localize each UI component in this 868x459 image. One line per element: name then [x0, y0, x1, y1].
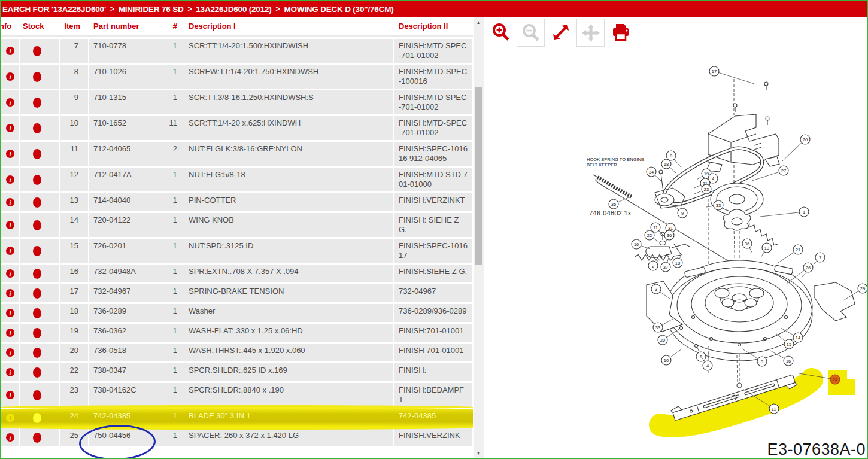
info-icon[interactable]: i — [6, 433, 14, 442]
expand-button[interactable] — [547, 19, 574, 45]
quantity: 1 — [160, 409, 181, 427]
print-button[interactable] — [607, 19, 634, 45]
info-icon[interactable]: i — [1, 324, 19, 342]
stock-dot-icon — [33, 367, 41, 378]
stock-indicator — [20, 116, 59, 140]
info-icon[interactable]: i — [1, 90, 19, 114]
table-row[interactable]: i10710-165211SCR:TT:1/4-20 x.625:HXINDWH… — [1, 116, 473, 140]
info-icon[interactable]: i — [6, 72, 14, 81]
info-icon[interactable]: i — [1, 428, 19, 446]
part-number[interactable]: 710-0778 — [89, 39, 160, 63]
table-row[interactable]: i18736-02891Washer736-0289/936-0289 — [1, 304, 473, 322]
info-icon[interactable]: i — [6, 198, 14, 206]
info-icon[interactable]: i — [1, 239, 19, 263]
part-number[interactable]: 714-04040 — [89, 193, 160, 211]
callout-number: 22 — [647, 233, 652, 238]
table-row[interactable]: i19736-03621WASH-FLAT:.330 x 1.25 x.06:H… — [1, 324, 473, 342]
breadcrumb: EARCH FOR '13A226JD600'>MINIRIDER 76 SD>… — [1, 1, 868, 17]
part-number[interactable]: 720-04122 — [89, 213, 160, 237]
info-icon[interactable]: i — [6, 368, 14, 376]
info-icon[interactable]: i — [1, 168, 19, 191]
info-icon[interactable]: i — [6, 289, 14, 297]
part-number[interactable]: 710-1026 — [89, 65, 160, 89]
zoom-in-icon — [491, 22, 511, 42]
table-row[interactable]: i8710-10261SCREW:TT:1/4-20:1.750:HXINDWS… — [1, 65, 473, 89]
scroll-down-arrow-icon[interactable]: ▼ — [474, 449, 484, 458]
info-icon[interactable]: i — [6, 98, 14, 107]
part-number[interactable]: 726-0201 — [89, 239, 160, 263]
info-icon[interactable]: i — [6, 309, 14, 317]
info-icon[interactable]: i — [1, 383, 19, 407]
info-icon[interactable]: i — [6, 269, 14, 278]
info-icon[interactable]: i — [6, 175, 14, 184]
stock-dot-icon — [33, 433, 41, 443]
table-row[interactable]: i7710-07781SCR:TT:1/4-20:1.500:HXINDWISH… — [1, 39, 473, 63]
info-icon[interactable]: i — [6, 414, 14, 422]
info-icon[interactable]: i — [1, 65, 19, 89]
breadcrumb-separator: > — [276, 5, 280, 13]
info-icon[interactable]: i — [6, 124, 14, 132]
info-icon[interactable]: i — [1, 213, 19, 237]
part-number[interactable]: 738-04162C — [89, 383, 160, 407]
breadcrumb-item[interactable]: 13A226JD600 (2012) — [196, 5, 271, 14]
part-number[interactable]: 750-04456 — [89, 428, 160, 446]
info-icon[interactable]: i — [6, 329, 14, 337]
table-scrollbar[interactable]: ▲ ▼ — [474, 17, 484, 459]
info-icon[interactable]: i — [1, 344, 19, 361]
table-row[interactable]: i25750-044561SPACER: 260 x 372 x 1.420 L… — [1, 428, 473, 446]
zoom-out-icon — [521, 23, 541, 43]
breadcrumb-item[interactable]: MOWING DECK D (30"/76CM) — [284, 5, 393, 14]
info-icon[interactable]: i — [1, 142, 19, 166]
part-number[interactable]: 742-04385 — [89, 409, 160, 427]
table-row[interactable]: i17732-049671SPRING-BRAKE TENSION732-049… — [1, 284, 473, 302]
stock-indicator — [20, 428, 59, 446]
table-row[interactable]: i15726-02011NUT:SPD:.3125 IDFINISH:SPEC-… — [1, 239, 473, 263]
table-row[interactable]: i24742-043851BLADE 30" 3 IN 1742-04385 — [1, 409, 473, 427]
stock-dot-icon — [33, 72, 41, 82]
scroll-up-arrow-icon[interactable]: ▲ — [474, 18, 484, 27]
table-row[interactable]: i20736-05181WASH:THRST:.445 x 1.920 x.06… — [1, 344, 473, 361]
breadcrumb-item[interactable]: EARCH FOR '13A226JD600' — [2, 5, 106, 14]
info-icon[interactable]: i — [1, 363, 19, 381]
part-number[interactable]: 732-04948A — [89, 265, 160, 282]
description-2: FINISH:SPEC-101617 — [394, 239, 472, 263]
info-icon[interactable]: i — [1, 39, 19, 63]
part-number[interactable]: 710-1652 — [89, 116, 160, 140]
table-row[interactable]: i12712-0417A1NUT:FLG:5/8-18FINISH:MTD ST… — [1, 168, 473, 191]
table-row[interactable]: i13714-040401PIN-COTTERFINISH:VERZINKT — [1, 193, 473, 211]
part-number[interactable]: 738-0347 — [89, 363, 160, 381]
info-icon[interactable]: i — [1, 116, 19, 140]
part-number[interactable]: 710-1315 — [89, 90, 160, 114]
info-icon[interactable]: i — [6, 47, 14, 55]
table-row[interactable]: i16732-04948A1SPR:EXTN:.708 X 7.357 X .0… — [1, 265, 473, 282]
scrollbar-thumb[interactable] — [475, 87, 482, 265]
zoom-in-button[interactable] — [487, 19, 514, 45]
description-2: FINISH:MTD SPEC-701-01002 — [394, 39, 472, 63]
info-icon[interactable]: i — [1, 409, 19, 427]
table-row[interactable]: i22738-03471SPCR:SHLDR:.625 ID x.169FINI… — [1, 363, 473, 381]
callout-number: 15 — [787, 342, 791, 347]
description-2: FINISH:VERZINKT — [394, 193, 472, 211]
info-icon[interactable]: i — [6, 391, 14, 399]
table-row[interactable]: i23738-04162C1SPCR:SHLDR:.8840 x .190FIN… — [1, 383, 473, 407]
part-number[interactable]: 732-04967 — [89, 284, 160, 302]
info-icon[interactable]: i — [6, 150, 14, 158]
part-number[interactable]: 712-04065 — [89, 142, 160, 166]
description-2: FINISH:MTD-SPEC-701-01002 — [394, 116, 472, 140]
table-row[interactable]: i9710-13151SCR:TT:3/8-16:1.250:HXINDWSH:… — [1, 90, 473, 114]
info-icon[interactable]: i — [6, 221, 14, 229]
info-icon[interactable]: i — [1, 265, 19, 282]
part-number[interactable]: 736-0362 — [89, 324, 160, 342]
part-number[interactable]: 712-0417A — [89, 168, 160, 191]
breadcrumb-item[interactable]: MINIRIDER 76 SD — [119, 5, 184, 14]
info-icon[interactable]: i — [6, 348, 14, 357]
info-icon[interactable]: i — [1, 193, 19, 211]
table-row[interactable]: i14720-041221WING KNOBFINISH: SIEHE Z G. — [1, 213, 473, 237]
info-icon[interactable]: i — [1, 284, 19, 302]
callout-number: 1 — [803, 209, 805, 215]
table-row[interactable]: i11712-040652NUT:FLGLK:3/8-16:GRF:NYLONF… — [1, 142, 473, 166]
info-icon[interactable]: i — [6, 247, 14, 255]
part-number[interactable]: 736-0289 — [89, 304, 160, 322]
part-number[interactable]: 736-0518 — [89, 344, 160, 361]
info-icon[interactable]: i — [1, 304, 19, 322]
